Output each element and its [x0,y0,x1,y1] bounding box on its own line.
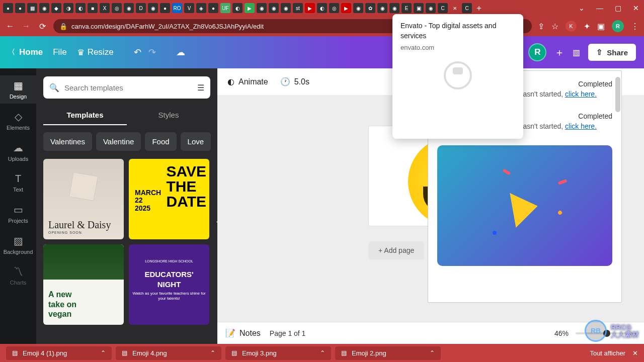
rail-uploads[interactable]: ☁Uploads [0,138,36,166]
tab-icon[interactable]: ◉ [269,3,279,13]
profile-avatar[interactable]: R [612,20,624,32]
tab-icon[interactable]: E [401,3,412,13]
insights-icon[interactable]: ▥ [573,48,580,57]
tab-icon[interactable]: ● [15,3,25,13]
chip-valentines[interactable]: Valentines [43,132,92,151]
file-menu[interactable]: File [53,47,66,57]
extensions-icon[interactable]: ✦ [584,22,590,31]
tab-icon[interactable]: ● [160,3,170,13]
tab-icon[interactable]: ◐ [75,3,86,13]
tab-icon[interactable]: ◎ [112,3,122,13]
tab-icon[interactable]: V [184,3,194,13]
add-page-button[interactable]: + Add page [368,241,424,259]
shelf-item[interactable]: ▤ Emoji 2.png ⌃ [335,346,441,360]
sidepanel-icon[interactable]: ▣ [597,22,605,31]
chevron-up-icon[interactable]: ⌃ [101,349,106,356]
tab-icon[interactable]: ▣ [414,3,424,13]
tab-styles[interactable]: Styles [127,106,210,125]
chevron-up-icon[interactable]: ⌃ [320,349,325,356]
back-button[interactable]: ← [5,22,15,31]
rail-background[interactable]: ▨Background [0,231,36,259]
chip-love[interactable]: Love [181,132,211,151]
scrollbar-thumb[interactable] [615,77,620,112]
tab-icon[interactable]: RO [172,3,182,13]
tab-icon[interactable]: ◉ [148,3,158,13]
tab-icon[interactable]: ■ [88,3,98,13]
close-icon[interactable]: ✕ [631,4,641,12]
tab-icon[interactable]: ◈ [196,3,206,13]
chevron-up-icon[interactable]: ⌃ [210,349,215,356]
tab-icon[interactable]: ▶ [341,3,351,13]
tab-icon[interactable]: ◉ [39,3,49,13]
tab-icon[interactable]: C [462,3,472,13]
tab-templates[interactable]: Templates [43,106,127,125]
shelf-item[interactable]: ▤ Emoji 4 (1).png ⌃ [6,346,112,360]
new-tab-button[interactable]: ＋ [474,3,484,13]
shelf-show-all[interactable]: Tout afficher [590,349,625,357]
tab-icon[interactable]: ◑ [63,3,73,13]
chip-valentine[interactable]: Valentine [96,132,141,151]
tab-icon[interactable]: ◐ [232,3,243,13]
tab-icon[interactable]: ◉ [377,3,387,13]
template-card[interactable]: MARCH 22 2025 SAVE THE DATE [129,159,209,239]
template-card[interactable]: LONGSHORE HIGH SCHOOL EDUCATORS' NIGHTWa… [129,244,209,325]
tab-icon[interactable]: ● [208,3,218,13]
tab-icon[interactable]: ◉ [353,3,363,13]
tab-icon-active[interactable]: ✕ [450,3,460,13]
tab-icon[interactable]: ◉ [426,3,436,13]
panel-collapse-toggle[interactable]: ◂ [213,206,217,236]
rail-elements[interactable]: ◇Elements [0,107,36,135]
chip-food[interactable]: Food [145,132,176,151]
minimize-icon[interactable]: — [595,4,605,12]
resize-button[interactable]: ♛ Resize [77,47,114,58]
tab-icon[interactable]: D [136,3,146,13]
share-button[interactable]: ⇧ Share [588,44,636,61]
tab-icon[interactable]: X [100,3,110,13]
search-input[interactable] [64,83,192,92]
search-box[interactable]: 🔍 ☰ [43,76,210,99]
tab-icon[interactable]: ✿ [365,3,375,13]
rail-design[interactable]: ▦Design [0,75,36,104]
rail-text[interactable]: TText [0,169,36,197]
tab-icon[interactable]: ◉ [389,3,399,13]
undo-button[interactable]: ↶ [134,47,141,58]
cloud-sync-icon[interactable]: ☁ [176,47,185,58]
bookmark-icon[interactable]: ☆ [551,22,558,31]
tab-icon[interactable]: ◆ [51,3,61,13]
tab-icon[interactable]: ◉ [124,3,134,13]
page-indicator[interactable]: Page 1 of 1 [270,329,306,337]
tabs-dropdown-icon[interactable]: ⌄ [577,4,587,12]
share-icon[interactable]: ⇪ [538,22,544,31]
template-card[interactable]: Laurel & Daisy OPENING SOON [43,159,124,239]
tab-icon[interactable]: ◉ [257,3,267,13]
tab-icon[interactable]: ◉ [281,3,291,13]
template-card[interactable]: A new take on vegan [43,244,124,325]
rail-charts[interactable]: 〽Charts [0,262,36,290]
tab-icon[interactable]: ● [3,3,13,13]
redo-button[interactable]: ↷ [148,47,156,58]
forward-button[interactable]: → [21,22,31,31]
reload-button[interactable]: ⟳ [37,22,47,31]
menu-icon[interactable]: ⋮ [631,22,639,31]
maximize-icon[interactable]: ▢ [613,4,623,12]
tab-icon[interactable]: ▶ [305,3,315,13]
extension-badge[interactable]: K [566,21,577,32]
rail-projects[interactable]: ▭Projects [0,200,36,228]
tab-icon[interactable]: ▶ [245,3,255,13]
filter-icon[interactable]: ☰ [197,83,204,93]
tab-icon[interactable]: ◐ [317,3,327,13]
download-retry-link[interactable]: click here. [565,90,597,98]
home-button[interactable]: 〈 Home [8,47,43,57]
notes-button[interactable]: 📝Notes [225,328,261,338]
user-avatar[interactable]: R [528,43,546,61]
shelf-close-icon[interactable]: ✕ [632,349,638,357]
chevron-up-icon[interactable]: ⌃ [430,349,435,356]
animate-button[interactable]: ◐ Animate [227,77,268,86]
duration-button[interactable]: 🕐 5.0s [280,77,309,86]
shelf-item[interactable]: ▤ Emoji 4.png ⌃ [116,346,221,360]
tab-icon[interactable]: C [438,3,448,13]
tab-icon[interactable]: ◎ [329,3,339,13]
tab-icon[interactable]: ▦ [27,3,37,13]
shelf-item[interactable]: ▤ Emoji 3.png ⌃ [225,346,331,360]
download-retry-link[interactable]: click here. [565,122,597,130]
